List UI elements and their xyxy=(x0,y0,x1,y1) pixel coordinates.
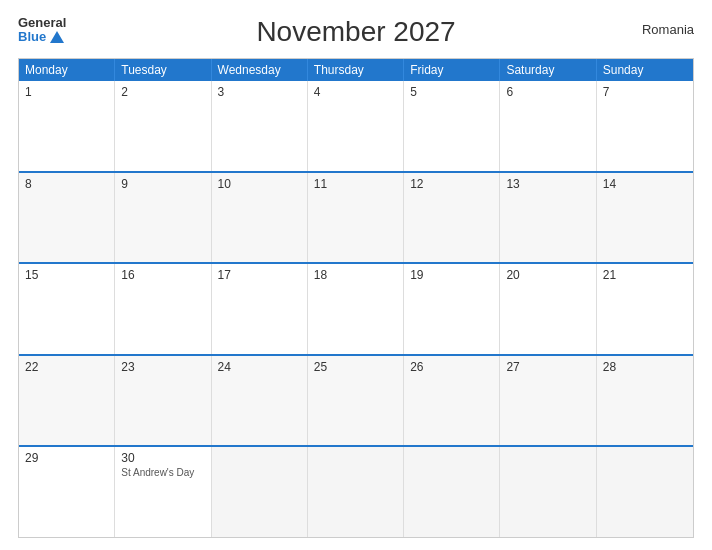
day-header-monday: Monday xyxy=(19,59,115,81)
cell-date: 4 xyxy=(314,85,397,99)
calendar-cell: 12 xyxy=(404,173,500,263)
cell-date: 25 xyxy=(314,360,397,374)
cell-date: 21 xyxy=(603,268,687,282)
cell-date: 19 xyxy=(410,268,493,282)
cell-date: 7 xyxy=(603,85,687,99)
calendar-grid: MondayTuesdayWednesdayThursdayFridaySatu… xyxy=(18,58,694,538)
calendar-page: General Blue November 2027 Romania Monda… xyxy=(0,0,712,550)
calendar-cell xyxy=(597,447,693,537)
cell-date: 20 xyxy=(506,268,589,282)
week-row-4: 22232425262728 xyxy=(19,354,693,446)
calendar-cell xyxy=(500,447,596,537)
calendar-cell: 13 xyxy=(500,173,596,263)
cell-date: 10 xyxy=(218,177,301,191)
calendar-cell: 7 xyxy=(597,81,693,171)
cell-date: 1 xyxy=(25,85,108,99)
day-header-thursday: Thursday xyxy=(308,59,404,81)
calendar-cell: 15 xyxy=(19,264,115,354)
calendar-cell: 6 xyxy=(500,81,596,171)
calendar-cell: 23 xyxy=(115,356,211,446)
cell-date: 8 xyxy=(25,177,108,191)
cell-date: 6 xyxy=(506,85,589,99)
calendar-cell: 11 xyxy=(308,173,404,263)
cell-date: 22 xyxy=(25,360,108,374)
calendar-cell: 30St Andrew's Day xyxy=(115,447,211,537)
calendar-cell: 28 xyxy=(597,356,693,446)
logo: General Blue xyxy=(18,16,66,45)
cell-date: 9 xyxy=(121,177,204,191)
calendar-cell: 16 xyxy=(115,264,211,354)
cell-date: 15 xyxy=(25,268,108,282)
cell-date: 5 xyxy=(410,85,493,99)
calendar-cell: 19 xyxy=(404,264,500,354)
logo-general-text: General xyxy=(18,16,66,30)
cell-date: 2 xyxy=(121,85,204,99)
cell-date: 29 xyxy=(25,451,108,465)
cell-date: 14 xyxy=(603,177,687,191)
calendar-cell: 2 xyxy=(115,81,211,171)
week-row-3: 15161718192021 xyxy=(19,262,693,354)
calendar-cell: 3 xyxy=(212,81,308,171)
calendar-cell xyxy=(404,447,500,537)
calendar-cell xyxy=(308,447,404,537)
week-row-5: 2930St Andrew's Day xyxy=(19,445,693,537)
calendar-header: General Blue November 2027 Romania xyxy=(18,16,694,48)
day-headers-row: MondayTuesdayWednesdayThursdayFridaySatu… xyxy=(19,59,693,81)
cell-date: 30 xyxy=(121,451,204,465)
week-row-2: 891011121314 xyxy=(19,171,693,263)
cell-date: 27 xyxy=(506,360,589,374)
logo-blue-text: Blue xyxy=(18,30,64,44)
country-label: Romania xyxy=(642,22,694,37)
calendar-cell: 18 xyxy=(308,264,404,354)
calendar-cell: 24 xyxy=(212,356,308,446)
calendar-cell: 10 xyxy=(212,173,308,263)
page-title: November 2027 xyxy=(256,16,455,48)
calendar-cell: 29 xyxy=(19,447,115,537)
cell-event: St Andrew's Day xyxy=(121,467,204,478)
day-header-friday: Friday xyxy=(404,59,500,81)
calendar-cell: 14 xyxy=(597,173,693,263)
cell-date: 28 xyxy=(603,360,687,374)
cell-date: 18 xyxy=(314,268,397,282)
calendar-cell: 20 xyxy=(500,264,596,354)
calendar-cell: 27 xyxy=(500,356,596,446)
cell-date: 11 xyxy=(314,177,397,191)
cell-date: 24 xyxy=(218,360,301,374)
calendar-cell: 26 xyxy=(404,356,500,446)
calendar-cell: 17 xyxy=(212,264,308,354)
logo-triangle-icon xyxy=(50,31,64,43)
day-header-tuesday: Tuesday xyxy=(115,59,211,81)
day-header-sunday: Sunday xyxy=(597,59,693,81)
day-header-wednesday: Wednesday xyxy=(212,59,308,81)
cell-date: 12 xyxy=(410,177,493,191)
calendar-cell: 9 xyxy=(115,173,211,263)
cell-date: 23 xyxy=(121,360,204,374)
calendar-cell: 21 xyxy=(597,264,693,354)
cell-date: 13 xyxy=(506,177,589,191)
cell-date: 17 xyxy=(218,268,301,282)
week-row-1: 1234567 xyxy=(19,81,693,171)
calendar-cell xyxy=(212,447,308,537)
calendar-cell: 25 xyxy=(308,356,404,446)
day-header-saturday: Saturday xyxy=(500,59,596,81)
calendar-cell: 4 xyxy=(308,81,404,171)
calendar-cell: 5 xyxy=(404,81,500,171)
calendar-cell: 22 xyxy=(19,356,115,446)
cell-date: 3 xyxy=(218,85,301,99)
calendar-cell: 8 xyxy=(19,173,115,263)
cell-date: 16 xyxy=(121,268,204,282)
calendar-weeks: 1234567891011121314151617181920212223242… xyxy=(19,81,693,537)
cell-date: 26 xyxy=(410,360,493,374)
calendar-cell: 1 xyxy=(19,81,115,171)
